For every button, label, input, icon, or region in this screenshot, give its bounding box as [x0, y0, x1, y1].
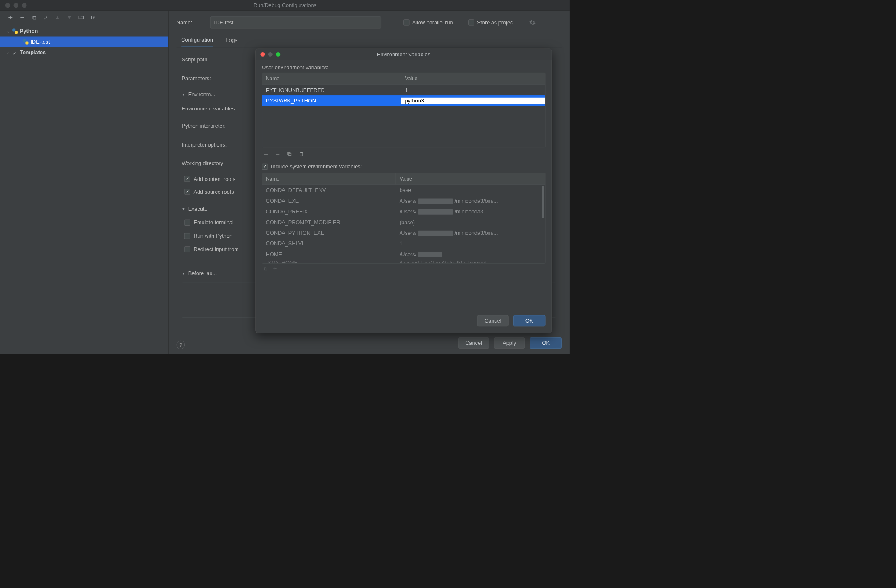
move-down-icon[interactable]: ▼: [66, 14, 72, 20]
redirect-input-label: Redirect input from: [193, 246, 238, 252]
user-table-rows: PYTHONUNBUFFERED 1 PYSPARK_PYTHON python…: [262, 85, 545, 147]
add-source-roots-checkbox[interactable]: Add source roots: [182, 185, 256, 198]
environment-variables-dialog: Environment Variables User environment v…: [255, 49, 552, 333]
wrench-icon[interactable]: [43, 14, 49, 20]
configurations-tree[interactable]: ⌄ Python IDE-test › Templates: [0, 24, 168, 354]
parameters-label: Parameters:: [182, 69, 256, 88]
copy-icon[interactable]: [287, 151, 293, 157]
configurations-tree-panel: ▲ ▼ ⌄ Python IDE-test ›: [0, 10, 169, 354]
config-form-body: Script path: Parameters: ▼ Environm... E…: [177, 47, 257, 256]
cancel-button[interactable]: Cancel: [458, 337, 489, 349]
table-row[interactable]: CONDA_EXE /Users//miniconda3/bin/...: [262, 196, 545, 206]
sys-var-value: (base): [396, 219, 545, 226]
tab-logs[interactable]: Logs: [226, 37, 237, 47]
emulate-terminal-checkbox[interactable]: Emulate terminal: [182, 216, 256, 229]
user-env-vars-table[interactable]: Name Value PYTHONUNBUFFERED 1 PYSPARK_PY…: [262, 73, 545, 147]
folder-icon[interactable]: [78, 14, 84, 20]
redacted-value: [418, 209, 453, 215]
table-row-selected[interactable]: PYSPARK_PYTHON python3: [262, 95, 545, 106]
script-path-label: Script path:: [182, 50, 256, 69]
table-row[interactable]: CONDA_PROMPT_MODIFIER (base): [262, 217, 545, 227]
copy-icon[interactable]: [263, 266, 268, 271]
table-row[interactable]: CONDA_DEFAULT_ENV base: [262, 185, 545, 195]
paste-icon[interactable]: [298, 151, 304, 157]
checkbox-icon: [468, 19, 474, 25]
env-dialog-title: Environment Variables: [256, 51, 552, 58]
gear-icon[interactable]: [529, 19, 536, 26]
name-input[interactable]: [210, 16, 381, 28]
tree-node-ide-test[interactable]: IDE-test: [0, 36, 168, 47]
table-row[interactable]: JAVA_HOME /Library/Java/JavaVirtualMachi…: [262, 260, 545, 263]
table-row[interactable]: HOME /Users/: [262, 249, 545, 260]
redacted-value: [418, 252, 442, 257]
sys-var-name: CONDA_PROMPT_MODIFIER: [262, 219, 396, 226]
environment-section-header[interactable]: ▼ Environm...: [182, 88, 256, 101]
execution-section-header[interactable]: ▼ Execut...: [182, 202, 256, 216]
window-title: Run/Debug Configurations: [0, 2, 570, 8]
add-icon[interactable]: [263, 151, 269, 157]
run-with-python-checkbox[interactable]: Run with Python: [182, 229, 256, 243]
tree-node-python[interactable]: ⌄ Python: [0, 26, 168, 36]
svg-rect-7: [265, 268, 267, 270]
emulate-terminal-label: Emulate terminal: [193, 219, 233, 226]
redirect-input-checkbox[interactable]: Redirect input from: [182, 242, 256, 256]
svg-rect-5: [301, 152, 302, 153]
checkbox-checked-icon: [262, 164, 268, 170]
env-var-value-editing[interactable]: python3: [401, 97, 545, 104]
sort-icon[interactable]: [90, 14, 96, 20]
add-content-roots-label: Add content roots: [193, 176, 235, 182]
sys-var-value: base: [396, 187, 545, 194]
add-source-roots-label: Add source roots: [193, 189, 234, 195]
table-row[interactable]: CONDA_SHLVL 1: [262, 238, 545, 249]
sys-var-value: /Library/Java/JavaVirtualMachines/jd: [396, 260, 545, 263]
table-row[interactable]: PYTHONUNBUFFERED 1: [262, 85, 545, 95]
user-env-toolbar: [262, 147, 545, 161]
checkbox-icon: [184, 233, 190, 239]
add-icon[interactable]: [8, 14, 13, 20]
working-directory-label: Working directory:: [182, 154, 256, 173]
undo-icon[interactable]: [273, 266, 278, 271]
store-as-project-checkbox[interactable]: Store as projec...: [468, 19, 517, 26]
th-value[interactable]: Value: [396, 173, 545, 184]
checkbox-checked-icon: [184, 189, 190, 195]
interpreter-options-label: Interpreter options:: [182, 135, 256, 154]
remove-icon[interactable]: [275, 151, 281, 157]
include-system-env-checkbox[interactable]: Include system environment variables:: [262, 163, 545, 170]
tree-node-label: IDE-test: [31, 39, 50, 45]
sys-var-name: JAVA_HOME: [262, 260, 396, 263]
allow-parallel-run-checkbox[interactable]: Allow parallel run: [403, 19, 453, 26]
env-dialog-footer: Cancel OK: [256, 309, 552, 333]
environment-section-label: Environm...: [188, 91, 215, 97]
svg-rect-1: [33, 16, 36, 19]
table-row[interactable]: CONDA_PYTHON_EXE /Users//miniconda3/bin/…: [262, 228, 545, 238]
user-env-vars-label: User environment variables:: [262, 64, 545, 71]
env-ok-button[interactable]: OK: [513, 315, 545, 326]
table-row[interactable]: CONDA_PREFIX /Users//miniconda3: [262, 206, 545, 217]
config-tabs: Configuration Logs: [177, 31, 562, 48]
th-value[interactable]: Value: [401, 73, 545, 84]
env-var-name: PYSPARK_PYTHON: [262, 97, 401, 104]
system-env-toolbar: [262, 264, 545, 271]
add-content-roots-checkbox[interactable]: Add content roots: [182, 173, 256, 186]
ok-button[interactable]: OK: [530, 337, 562, 349]
tab-configuration[interactable]: Configuration: [181, 37, 213, 47]
tree-node-templates[interactable]: › Templates: [0, 47, 168, 58]
copy-icon[interactable]: [31, 14, 37, 20]
apply-button[interactable]: Apply: [494, 337, 525, 349]
env-cancel-button[interactable]: Cancel: [477, 315, 509, 326]
include-system-env-label: Include system environment variables:: [271, 163, 362, 170]
redacted-value: [418, 199, 453, 204]
th-name[interactable]: Name: [262, 73, 401, 84]
th-name[interactable]: Name: [262, 173, 396, 184]
remove-icon[interactable]: [19, 14, 25, 20]
titlebar: Run/Debug Configurations: [0, 0, 570, 10]
before-launch-label: Before lau...: [188, 270, 217, 276]
chevron-down-icon: ▼: [182, 207, 185, 211]
sys-var-name: HOME: [262, 251, 396, 257]
move-up-icon[interactable]: ▲: [55, 14, 61, 20]
help-button[interactable]: ?: [177, 341, 185, 349]
chevron-down-icon: ▼: [182, 271, 185, 276]
allow-parallel-label: Allow parallel run: [412, 19, 453, 26]
tree-toolbar: ▲ ▼: [0, 10, 168, 24]
scrollbar[interactable]: [542, 186, 544, 253]
